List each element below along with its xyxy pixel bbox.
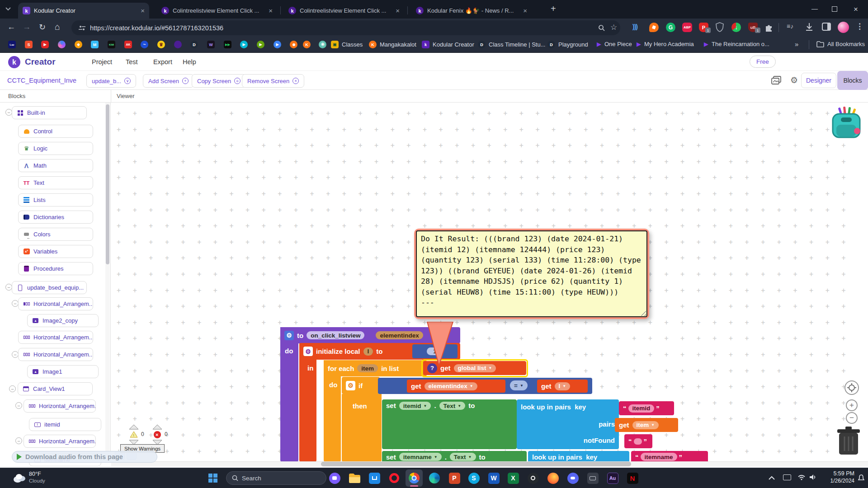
string-itemname-block[interactable]: “ itemname ” <box>631 451 708 461</box>
weather-temp[interactable]: 80°F <box>29 471 41 477</box>
zoom-out-button[interactable]: − <box>846 412 858 424</box>
bookmark-favicon-ak[interactable]: AK <box>124 41 132 48</box>
copy-screen-button[interactable]: Copy Screen⟡ <box>192 74 246 88</box>
search-in-page-icon[interactable] <box>598 24 605 32</box>
notification-bell-icon[interactable] <box>858 474 864 481</box>
sidebar-item-lists[interactable]: Lists <box>18 193 93 206</box>
bookmark-mangakakalot[interactable]: K Mangakakalot <box>369 41 416 48</box>
sidebar-item-card-view1[interactable]: Card_View1 <box>18 382 93 395</box>
bookmark-favicon-w[interactable]: W <box>207 41 215 48</box>
bookmark-favicon-h[interactable]: ▶▶ <box>224 41 231 48</box>
sidebar-item-horizontal-arrangement[interactable]: Horizontal_Arrangem... <box>18 348 93 361</box>
menu-project[interactable]: Project <box>92 58 112 66</box>
tray-expand-chevron-icon[interactable] <box>769 476 775 480</box>
sound-extension-icon[interactable]: ))) <box>632 23 637 30</box>
sidebar-item-math[interactable]: Λ Math <box>18 159 93 172</box>
init-local-spine[interactable] <box>299 343 316 461</box>
reload-icon[interactable]: ↻ <box>39 22 46 32</box>
bookmark-favicon-witch[interactable] <box>174 41 182 48</box>
bookmark-favicon-lazada[interactable]: Laz <box>8 41 16 48</box>
volume-icon[interactable] <box>809 474 816 480</box>
do-it-result-tooltip[interactable]: Do It Result: (((brand 123) (date 2024-0… <box>414 229 649 319</box>
sidebar-item-image2-copy[interactable]: ▲ Image2_copy <box>27 314 99 327</box>
start-button[interactable] <box>204 469 222 487</box>
tab-close-icon[interactable]: × <box>523 7 527 14</box>
mutator-gear-icon[interactable]: ⚙ <box>284 331 294 340</box>
sidebar-item-logic[interactable]: ♛ Logic <box>18 142 93 155</box>
taskbar-app-audition[interactable]: Au <box>604 469 621 487</box>
get-i-block[interactable]: get I▼ <box>537 380 588 393</box>
collapse-builtin-icon[interactable]: − <box>5 109 12 116</box>
menu-test[interactable]: Test <box>126 58 138 66</box>
component-dropdown[interactable]: itemid▼ <box>399 402 431 410</box>
collapse-icon[interactable]: − <box>9 385 16 392</box>
bookmark-favicon-reddit[interactable] <box>290 41 297 48</box>
tab-close-icon[interactable]: × <box>141 7 145 14</box>
bookmark-favicon-shopee[interactable]: S <box>25 41 33 48</box>
free-plan-badge[interactable]: Free <box>750 56 776 68</box>
tab-colintreelistview-1[interactable]: k Colintreelistview Element Click ... × <box>157 3 277 19</box>
sidebar-item-image1[interactable]: ▲ Image1 <box>27 365 99 378</box>
sidebar-item-procedures[interactable]: Procedures <box>18 262 93 275</box>
taskbar-app-netflix[interactable]: N <box>624 469 641 487</box>
screen-selector-button[interactable]: update_b...∨ <box>86 74 136 88</box>
recenter-blocks-button[interactable] <box>844 380 859 395</box>
bookmark-favicon-m[interactable]: M <box>91 41 99 48</box>
string-value[interactable] <box>634 438 642 445</box>
taskbar-app-opera[interactable] <box>386 469 403 487</box>
taskbar-app-powerpoint[interactable]: P <box>446 469 463 487</box>
taskbar-app-firefox[interactable] <box>544 469 561 487</box>
tab-close-icon[interactable]: × <box>269 7 273 14</box>
remove-screen-button[interactable]: Remove Screen× <box>242 74 304 88</box>
bookmark-favicon-messenger[interactable] <box>58 41 66 48</box>
taskbar-app-word[interactable]: W <box>485 469 502 487</box>
taskbar-app-excel[interactable]: X <box>505 469 522 487</box>
taskbar-app-store[interactable] <box>366 469 383 487</box>
add-screen-button[interactable]: Add Screen+ <box>143 74 194 88</box>
local-var-pill[interactable]: I <box>363 347 373 356</box>
lookup-pairs-block[interactable]: look up in pairs key <box>528 451 629 461</box>
property-dropdown[interactable]: Text▼ <box>450 453 476 461</box>
idm-extension-icon[interactable]: ↓ <box>731 23 741 32</box>
bookmark-favicon-play-blue[interactable]: ▶ <box>274 41 281 48</box>
taskbar-app-chat[interactable] <box>326 469 343 487</box>
tray-keyboard-icon[interactable] <box>783 474 791 480</box>
bookmark-favicon-flame-k[interactable]: K <box>303 41 311 48</box>
window-minimize-button[interactable]: — <box>808 5 821 12</box>
string-value[interactable]: itemname <box>641 453 677 461</box>
tab-close-icon[interactable]: × <box>396 7 400 14</box>
mutator-gear-icon[interactable]: ⚙ <box>303 347 313 356</box>
bookmark-favicon-youtube[interactable]: ▶ <box>41 41 49 48</box>
get-elementindex-block[interactable]: get elementindex▼ <box>407 380 505 393</box>
grammarly-extension-icon[interactable]: G <box>666 23 675 32</box>
designer-tab[interactable]: Designer <box>801 73 836 88</box>
tab-colintreelistview-2[interactable]: k Colintreelistview Element Click ... × <box>284 3 404 19</box>
bookmark-favicon-play-teal[interactable]: ▶ <box>240 41 248 48</box>
collapse-icon[interactable]: − <box>15 437 22 444</box>
collapse-icon[interactable]: − <box>12 351 19 358</box>
wifi-icon[interactable] <box>797 474 806 480</box>
adblock-plus-extension-icon[interactable]: ABP <box>682 23 692 32</box>
trash-can-icon[interactable] <box>835 425 863 456</box>
bookmark-reincarnation[interactable]: ▶ The Reincarnation o... <box>704 41 769 47</box>
address-bar[interactable]: https://creator.kodular.io/#561278716320… <box>71 20 620 35</box>
downloads-icon[interactable] <box>805 23 813 32</box>
canvas-hscrollbar-thumb[interactable] <box>321 462 631 466</box>
new-tab-button[interactable]: + <box>551 4 556 14</box>
sidebar-item-text[interactable]: TT Text <box>18 176 93 189</box>
taskbar-app-chrome-active[interactable] <box>406 469 423 487</box>
site-settings-icon[interactable] <box>79 25 85 31</box>
bookmark-favicon-swoosh[interactable]: ~ <box>141 41 148 48</box>
sidebar-item-horizontal-arrangement[interactable]: Horizontal_Arrangem... <box>24 435 96 448</box>
profile-avatar[interactable] <box>838 22 849 33</box>
bookmark-favicon-chatgpt[interactable]: ✳ <box>319 41 326 48</box>
set-itemid-block[interactable]: set itemid▼ . Text▼ to <box>382 399 517 449</box>
string-value[interactable]: itemid <box>628 404 655 413</box>
window-maximize-button[interactable] <box>832 6 837 12</box>
settings-gear-icon[interactable]: ⚙ <box>790 75 798 85</box>
sidebar-item-control[interactable]: Control <box>18 125 93 138</box>
empty-string-block[interactable]: “ ” <box>624 434 652 448</box>
sidebar-item-colors[interactable]: Colors <box>18 228 93 241</box>
bookmark-favicon-play-green[interactable]: ▶ <box>257 41 264 48</box>
all-bookmarks-button[interactable]: All Bookmarks <box>816 41 865 47</box>
